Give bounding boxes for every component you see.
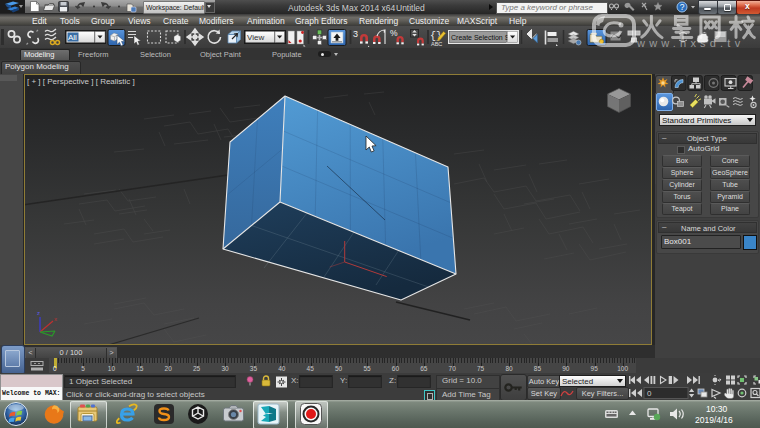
svg-text:ABC: ABC <box>431 41 442 47</box>
svg-text:x: x <box>54 316 57 322</box>
svg-text:?: ? <box>680 2 685 12</box>
svg-text:View: View <box>247 33 264 42</box>
svg-text:3: 3 <box>353 29 358 39</box>
svg-text:0: 0 <box>647 389 652 398</box>
svg-text:All: All <box>68 33 77 42</box>
svg-text:z: z <box>37 310 40 316</box>
svg-text:Create Selection Se: Create Selection Se <box>451 34 513 41</box>
svg-text:[ + ] [ Perspective ] [ Realis: [ + ] [ Perspective ] [ Realistic ] <box>27 77 135 86</box>
svg-text:%: % <box>390 28 398 38</box>
